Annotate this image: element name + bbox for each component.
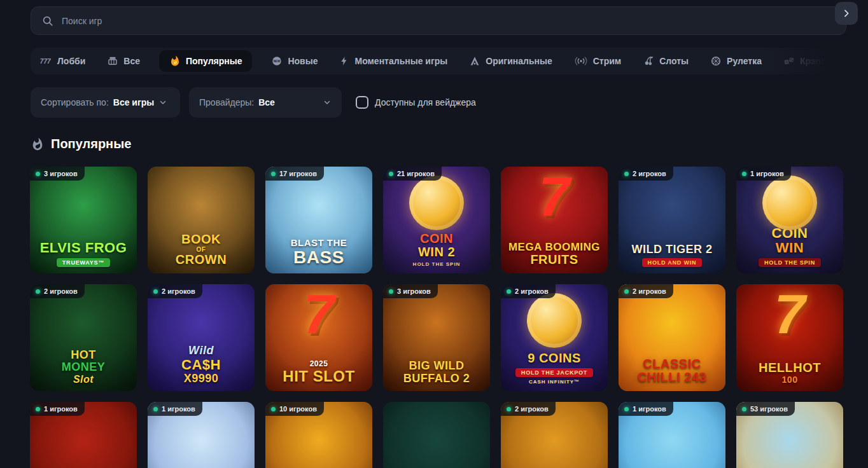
game-fineprint: HOLD THE SPIN	[413, 261, 461, 267]
game-tile[interactable]: 7 HELLHOT100	[736, 284, 843, 391]
game-subtitle-banner: TRUEWAYS™	[57, 258, 110, 267]
coin-motif	[762, 176, 817, 230]
game-title-line: 100	[759, 375, 821, 385]
game-tile[interactable]: 9 COINSHOLD THE JACKPOTCASH INFINITY™ 2 …	[501, 284, 608, 391]
tab-originals[interactable]: Оригинальные	[466, 50, 554, 72]
game-title: HOTMONEYSlot	[62, 349, 106, 385]
players-count: 1 игроков	[633, 405, 666, 413]
filters-row: Сортировать по: Все игры Провайдеры: Все…	[31, 87, 476, 118]
tab-all[interactable]: Все	[104, 50, 143, 72]
players-badge: 2 игроков	[619, 167, 673, 181]
tab-popular[interactable]: Популярные	[159, 50, 252, 72]
game-title-line: FRUITS	[508, 253, 600, 267]
online-dot-icon	[389, 289, 393, 294]
tabs-scroll-right-button[interactable]	[835, 2, 858, 25]
chevron-right-icon	[841, 8, 851, 18]
sort-label: Сортировать по:	[41, 97, 109, 107]
search-input[interactable]	[62, 16, 836, 26]
game-tile[interactable]: FORTUNE 53 игроков	[736, 402, 843, 468]
tab-instant-games[interactable]: Моментальные игры	[337, 50, 450, 72]
game-tile[interactable]: BOOKOFCROWN	[148, 167, 255, 273]
game-title: ELVIS FROGTRUEWAYS™	[40, 240, 127, 267]
game-art: WILD TIGER 2HOLD AND WIN	[619, 167, 725, 273]
online-dot-icon	[742, 172, 746, 176]
game-title-line: WIN 2	[413, 245, 461, 259]
game-title: COINWIN 2HOLD THE SPIN	[413, 232, 461, 267]
game-title: BLAST THEBASS	[291, 238, 347, 267]
tab-stream[interactable]: Стрим	[571, 50, 624, 72]
game-tile[interactable]: MUMMYLAND 10 игроков	[265, 402, 372, 468]
svg-text:777: 777	[40, 58, 51, 65]
online-dot-icon	[153, 289, 158, 294]
online-dot-icon	[36, 407, 40, 411]
game-title-line: BLAST THE	[291, 238, 347, 248]
game-title-line: BIG WILD	[403, 360, 470, 372]
game-tile[interactable]: CLASSICCHILLI 243 2 игроков	[619, 284, 725, 391]
players-count: 2 игроков	[515, 405, 549, 413]
game-fineprint: CASH INFINITY™	[515, 379, 593, 385]
game-tile[interactable]: HOTMONEYSlot 2 игроков	[30, 284, 137, 391]
game-title-line: BUFFALO 2	[403, 373, 470, 385]
sort-dropdown[interactable]: Сортировать по: Все игры	[31, 87, 180, 118]
game-tile[interactable]: 7 2025HIT SLOT	[265, 284, 372, 391]
game-tile[interactable]: BONANZA 1 игроков	[619, 402, 725, 468]
game-art: COINWINHOLD THE SPIN	[736, 167, 843, 273]
players-badge: 17 игроков	[265, 167, 324, 181]
game-tile[interactable]: COINWIN 2HOLD THE SPIN 21 игроков	[383, 167, 490, 273]
game-tile[interactable]: BIG WILDBUFFALO 2 3 игроков	[383, 284, 490, 391]
game-art: ELVIS FROGTRUEWAYS™	[30, 167, 137, 273]
game-title: HELLHOT100	[759, 361, 821, 385]
players-badge: 1 игроков	[619, 402, 673, 416]
players-badge: 2 игроков	[501, 284, 556, 298]
players-count: 2 игроков	[44, 287, 78, 295]
online-dot-icon	[36, 172, 40, 176]
players-count: 53 игроков	[750, 405, 788, 413]
wager-checkbox[interactable]	[356, 96, 368, 109]
casino-lobby-page: 777 Лобби Все Популярные NEW	[0, 0, 868, 468]
tab-new[interactable]: NEW Новые	[269, 50, 320, 72]
game-tile[interactable]: 2 игроков	[501, 402, 608, 468]
online-dot-icon	[624, 172, 629, 176]
game-title-line: WILD TIGER 2	[632, 244, 713, 256]
sort-value: Все игры	[113, 97, 155, 107]
search-bar[interactable]	[31, 6, 846, 35]
game-tile[interactable]: Hot 1 игроков	[30, 402, 137, 468]
game-subtitle-banner: HOLD THE JACKPOT	[515, 368, 593, 377]
svg-text:NEW: NEW	[274, 60, 281, 63]
tab-slots[interactable]: Слоты	[640, 50, 691, 72]
game-tile[interactable]: FRUITMachine	[383, 402, 490, 468]
game-tile[interactable]: 1 игроков	[148, 402, 255, 468]
game-tile[interactable]: COINWINHOLD THE SPIN 1 игроков	[736, 167, 843, 273]
wager-checkbox-row[interactable]: Доступны для вейджера	[356, 96, 476, 109]
game-title-line: Slot	[62, 374, 106, 385]
game-subtitle-banner: HOLD THE SPIN	[759, 258, 821, 267]
flame-icon	[169, 55, 181, 67]
tab-roulette[interactable]: Рулетка	[708, 50, 764, 72]
game-art: 9 COINSHOLD THE JACKPOTCASH INFINITY™	[501, 284, 608, 391]
game-title-line: COIN	[413, 232, 461, 246]
tab-craps[interactable]: Крэпс	[781, 50, 829, 72]
section-title: Популярные	[51, 137, 131, 151]
category-tabs: 777 Лобби Все Популярные NEW	[31, 48, 846, 74]
game-tile[interactable]: WILD TIGER 2HOLD AND WIN 2 игроков	[619, 167, 725, 273]
online-dot-icon	[36, 289, 40, 294]
game-title-line: MEGA BOOMING	[508, 242, 600, 253]
game-tile[interactable]: WildCA$HX9990 2 игроков	[148, 284, 255, 391]
game-art: COINWIN 2HOLD THE SPIN	[383, 167, 490, 273]
game-art: FRUITMachine	[383, 402, 490, 468]
players-badge: 1 игроков	[148, 402, 202, 416]
game-tile[interactable]: BLAST THEBASS 17 игроков	[265, 167, 372, 273]
players-count: 17 игроков	[279, 170, 317, 177]
players-badge: 10 игроков	[265, 402, 324, 416]
game-tile[interactable]: 7 MEGA BOOMINGFRUITS	[501, 167, 608, 273]
game-art: BLAST THEBASS	[265, 167, 372, 273]
game-art: 7 MEGA BOOMINGFRUITS	[501, 167, 608, 273]
players-badge: 2 игроков	[501, 402, 556, 416]
game-title: CLASSICCHILLI 243	[638, 357, 706, 385]
tab-lobby[interactable]: 777 Лобби	[37, 50, 88, 72]
game-art: BIG WILDBUFFALO 2	[383, 284, 490, 391]
coin-motif	[409, 176, 464, 230]
tab-label: Рулетка	[727, 56, 762, 66]
providers-dropdown[interactable]: Провайдеры: Все	[189, 87, 342, 118]
game-tile[interactable]: ELVIS FROGTRUEWAYS™ 3 игроков	[30, 167, 137, 273]
